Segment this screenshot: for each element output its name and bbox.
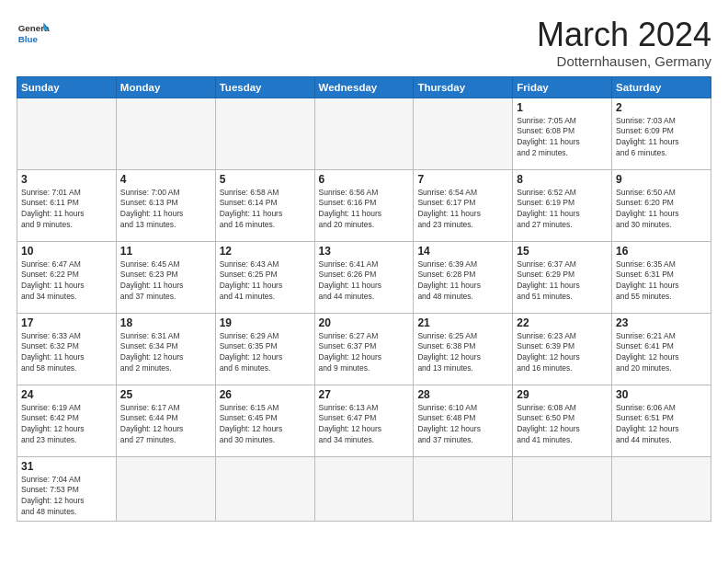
calendar-cell: 3Sunrise: 7:01 AM Sunset: 6:11 PM Daylig… bbox=[17, 169, 117, 241]
calendar-cell: 29Sunrise: 6:08 AM Sunset: 6:50 PM Dayli… bbox=[513, 385, 612, 456]
calendar-cell: 24Sunrise: 6:19 AM Sunset: 6:42 PM Dayli… bbox=[17, 385, 117, 456]
day-info: Sunrise: 7:00 AM Sunset: 6:13 PM Dayligh… bbox=[120, 188, 211, 232]
day-number: 8 bbox=[517, 173, 608, 186]
day-info: Sunrise: 6:54 AM Sunset: 6:17 PM Dayligh… bbox=[417, 188, 508, 232]
calendar-cell: 25Sunrise: 6:17 AM Sunset: 6:44 PM Dayli… bbox=[116, 385, 215, 456]
calendar-cell: 1Sunrise: 7:05 AM Sunset: 6:08 PM Daylig… bbox=[513, 98, 612, 169]
day-number: 5 bbox=[220, 173, 311, 186]
calendar-cell bbox=[314, 456, 414, 522]
day-info: Sunrise: 6:39 AM Sunset: 6:28 PM Dayligh… bbox=[417, 259, 508, 304]
day-number: 19 bbox=[220, 316, 311, 329]
day-info: Sunrise: 7:05 AM Sunset: 6:08 PM Dayligh… bbox=[517, 116, 608, 160]
day-number: 7 bbox=[417, 173, 508, 186]
day-number: 2 bbox=[616, 101, 707, 114]
calendar-cell: 7Sunrise: 6:54 AM Sunset: 6:17 PM Daylig… bbox=[414, 169, 513, 241]
calendar-cell: 19Sunrise: 6:29 AM Sunset: 6:35 PM Dayli… bbox=[215, 313, 314, 385]
day-info: Sunrise: 6:08 AM Sunset: 6:50 PM Dayligh… bbox=[517, 403, 608, 447]
calendar-header: Sunday Monday Tuesday Wednesday Thursday… bbox=[17, 76, 711, 98]
day-number: 26 bbox=[220, 388, 311, 401]
col-monday: Monday bbox=[116, 76, 215, 98]
calendar-cell: 20Sunrise: 6:27 AM Sunset: 6:37 PM Dayli… bbox=[314, 313, 414, 385]
day-number: 11 bbox=[120, 245, 211, 258]
calendar-cell: 31Sunrise: 7:04 AM Sunset: 7:53 PM Dayli… bbox=[17, 456, 117, 522]
day-number: 10 bbox=[21, 245, 112, 258]
calendar-cell bbox=[414, 456, 513, 522]
calendar-cell: 27Sunrise: 6:13 AM Sunset: 6:47 PM Dayli… bbox=[314, 385, 414, 456]
calendar-week-row: 3Sunrise: 7:01 AM Sunset: 6:11 PM Daylig… bbox=[17, 169, 711, 241]
header: General Blue March 2024 Dotternhausen, G… bbox=[17, 17, 711, 69]
day-number: 1 bbox=[517, 101, 608, 114]
day-number: 20 bbox=[319, 316, 410, 329]
col-tuesday: Tuesday bbox=[215, 76, 314, 98]
day-info: Sunrise: 6:19 AM Sunset: 6:42 PM Dayligh… bbox=[21, 403, 112, 447]
day-number: 14 bbox=[417, 245, 508, 258]
day-number: 12 bbox=[220, 245, 311, 258]
calendar-cell: 26Sunrise: 6:15 AM Sunset: 6:45 PM Dayli… bbox=[215, 385, 314, 456]
calendar-cell bbox=[414, 98, 513, 169]
calendar-cell: 12Sunrise: 6:43 AM Sunset: 6:25 PM Dayli… bbox=[215, 241, 314, 313]
calendar-cell: 4Sunrise: 7:00 AM Sunset: 6:13 PM Daylig… bbox=[116, 169, 215, 241]
day-number: 18 bbox=[120, 316, 211, 329]
day-info: Sunrise: 7:04 AM Sunset: 7:53 PM Dayligh… bbox=[21, 475, 112, 519]
day-number: 16 bbox=[616, 245, 707, 258]
calendar-cell: 17Sunrise: 6:33 AM Sunset: 6:32 PM Dayli… bbox=[17, 313, 117, 385]
calendar-cell: 28Sunrise: 6:10 AM Sunset: 6:48 PM Dayli… bbox=[414, 385, 513, 456]
day-number: 21 bbox=[417, 316, 508, 329]
day-info: Sunrise: 6:17 AM Sunset: 6:44 PM Dayligh… bbox=[120, 403, 211, 447]
day-number: 15 bbox=[517, 245, 608, 258]
logo: General Blue bbox=[17, 17, 50, 50]
calendar-table: Sunday Monday Tuesday Wednesday Thursday… bbox=[17, 76, 711, 523]
calendar-week-row: 31Sunrise: 7:04 AM Sunset: 7:53 PM Dayli… bbox=[17, 456, 711, 522]
page: General Blue March 2024 Dotternhausen, G… bbox=[0, 0, 728, 531]
calendar-cell bbox=[116, 456, 215, 522]
month-title: March 2024 bbox=[537, 17, 711, 53]
day-info: Sunrise: 6:13 AM Sunset: 6:47 PM Dayligh… bbox=[319, 403, 410, 447]
day-info: Sunrise: 6:29 AM Sunset: 6:35 PM Dayligh… bbox=[220, 331, 311, 375]
day-info: Sunrise: 6:47 AM Sunset: 6:22 PM Dayligh… bbox=[21, 259, 112, 304]
day-number: 3 bbox=[21, 173, 112, 186]
day-info: Sunrise: 6:50 AM Sunset: 6:20 PM Dayligh… bbox=[616, 188, 707, 232]
col-wednesday: Wednesday bbox=[314, 76, 414, 98]
day-number: 29 bbox=[517, 388, 608, 401]
day-info: Sunrise: 6:37 AM Sunset: 6:29 PM Dayligh… bbox=[517, 259, 608, 304]
calendar-cell bbox=[116, 98, 215, 169]
day-info: Sunrise: 6:56 AM Sunset: 6:16 PM Dayligh… bbox=[319, 188, 410, 232]
col-sunday: Sunday bbox=[17, 76, 117, 98]
calendar-cell bbox=[314, 98, 414, 169]
day-info: Sunrise: 6:15 AM Sunset: 6:45 PM Dayligh… bbox=[220, 403, 311, 447]
calendar-cell: 5Sunrise: 6:58 AM Sunset: 6:14 PM Daylig… bbox=[215, 169, 314, 241]
day-number: 24 bbox=[21, 388, 112, 401]
generalblue-logo-icon: General Blue bbox=[17, 17, 50, 50]
header-row: Sunday Monday Tuesday Wednesday Thursday… bbox=[17, 76, 711, 98]
day-number: 23 bbox=[616, 316, 707, 329]
calendar-cell: 11Sunrise: 6:45 AM Sunset: 6:23 PM Dayli… bbox=[116, 241, 215, 313]
day-info: Sunrise: 6:10 AM Sunset: 6:48 PM Dayligh… bbox=[417, 403, 508, 447]
col-friday: Friday bbox=[513, 76, 612, 98]
calendar-week-row: 17Sunrise: 6:33 AM Sunset: 6:32 PM Dayli… bbox=[17, 313, 711, 385]
day-info: Sunrise: 6:27 AM Sunset: 6:37 PM Dayligh… bbox=[319, 331, 410, 375]
calendar-body: 1Sunrise: 7:05 AM Sunset: 6:08 PM Daylig… bbox=[17, 98, 711, 522]
calendar-cell: 22Sunrise: 6:23 AM Sunset: 6:39 PM Dayli… bbox=[513, 313, 612, 385]
calendar-cell bbox=[513, 456, 612, 522]
day-info: Sunrise: 6:43 AM Sunset: 6:25 PM Dayligh… bbox=[220, 259, 311, 304]
day-number: 27 bbox=[319, 388, 410, 401]
calendar-cell: 8Sunrise: 6:52 AM Sunset: 6:19 PM Daylig… bbox=[513, 169, 612, 241]
calendar-week-row: 10Sunrise: 6:47 AM Sunset: 6:22 PM Dayli… bbox=[17, 241, 711, 313]
day-info: Sunrise: 6:52 AM Sunset: 6:19 PM Dayligh… bbox=[517, 188, 608, 232]
location-subtitle: Dotternhausen, Germany bbox=[537, 53, 711, 69]
calendar-cell: 9Sunrise: 6:50 AM Sunset: 6:20 PM Daylig… bbox=[612, 169, 711, 241]
day-number: 31 bbox=[21, 460, 112, 473]
calendar-week-row: 24Sunrise: 6:19 AM Sunset: 6:42 PM Dayli… bbox=[17, 385, 711, 456]
col-thursday: Thursday bbox=[414, 76, 513, 98]
day-info: Sunrise: 7:03 AM Sunset: 6:09 PM Dayligh… bbox=[616, 116, 707, 160]
calendar-cell bbox=[215, 456, 314, 522]
title-block: March 2024 Dotternhausen, Germany bbox=[537, 17, 711, 69]
day-number: 6 bbox=[319, 173, 410, 186]
calendar-cell bbox=[612, 456, 711, 522]
day-info: Sunrise: 6:41 AM Sunset: 6:26 PM Dayligh… bbox=[319, 259, 410, 304]
day-info: Sunrise: 6:25 AM Sunset: 6:38 PM Dayligh… bbox=[417, 331, 508, 375]
day-info: Sunrise: 6:35 AM Sunset: 6:31 PM Dayligh… bbox=[616, 259, 707, 304]
day-info: Sunrise: 6:31 AM Sunset: 6:34 PM Dayligh… bbox=[120, 331, 211, 375]
day-number: 13 bbox=[319, 245, 410, 258]
calendar-cell: 23Sunrise: 6:21 AM Sunset: 6:41 PM Dayli… bbox=[612, 313, 711, 385]
